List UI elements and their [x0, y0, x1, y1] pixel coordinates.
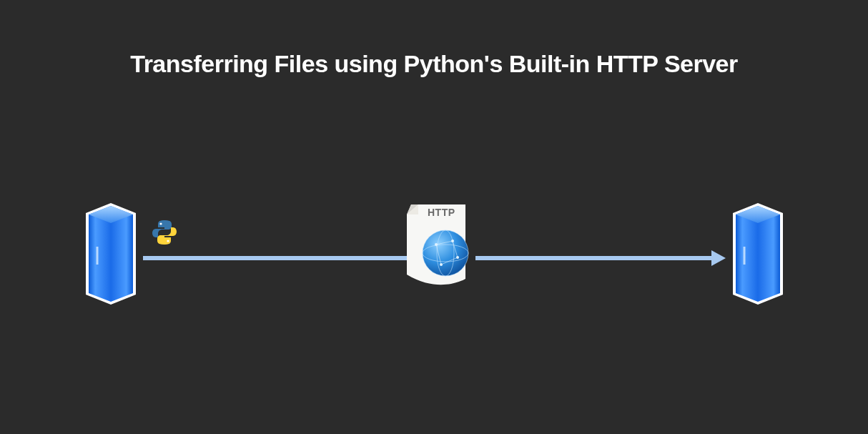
- svg-point-4: [159, 222, 162, 225]
- arrow-center-to-right: [475, 252, 726, 259]
- server-right-icon: [726, 200, 790, 307]
- diagram-canvas: HTTP: [0, 193, 868, 315]
- python-icon: [150, 218, 179, 247]
- svg-marker-20: [711, 250, 726, 266]
- arrow-left-to-center: [143, 252, 408, 259]
- server-left-icon: [79, 200, 143, 307]
- http-label: HTTP: [428, 207, 455, 218]
- svg-point-5: [167, 240, 169, 242]
- diagram-title: Transferring Files using Python's Built-…: [0, 50, 868, 78]
